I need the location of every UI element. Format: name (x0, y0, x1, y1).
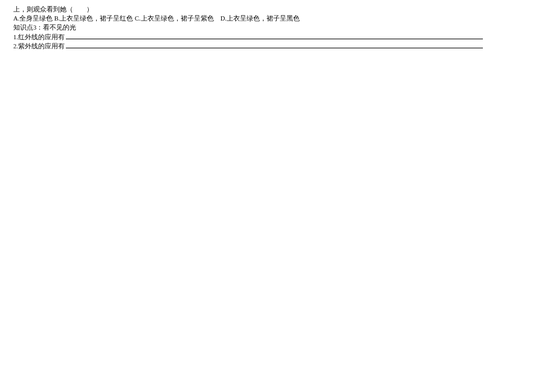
document-page: 上，则观众看到她（ ） A.全身呈绿色 B.上衣呈绿色，裙子呈红色 C.上衣呈绿… (0, 0, 556, 51)
fill-blank-item-2: 2.紫外线的应用有 (13, 42, 544, 51)
item1-prefix: 1.红外线的应用有 (13, 34, 65, 40)
section-heading: 知识点3：看不见的光 (13, 23, 544, 32)
question-stem-tail-text: 上，则观众看到她（ ） (13, 6, 93, 13)
item2-prefix: 2.紫外线的应用有 (13, 43, 65, 50)
choices-text: A.全身呈绿色 B.上衣呈绿色，裙子呈红色 C.上衣呈绿色，裙子呈紫色 D.上衣… (13, 15, 300, 22)
question-stem-tail: 上，则观众看到她（ ） (13, 5, 544, 14)
section-heading-text: 知识点3：看不见的光 (13, 24, 76, 31)
blank-line-2[interactable] (66, 42, 483, 48)
blank-line-1[interactable] (66, 33, 483, 39)
choices-line: A.全身呈绿色 B.上衣呈绿色，裙子呈红色 C.上衣呈绿色，裙子呈紫色 D.上衣… (13, 14, 544, 23)
fill-blank-item-1: 1.红外线的应用有 (13, 33, 544, 42)
